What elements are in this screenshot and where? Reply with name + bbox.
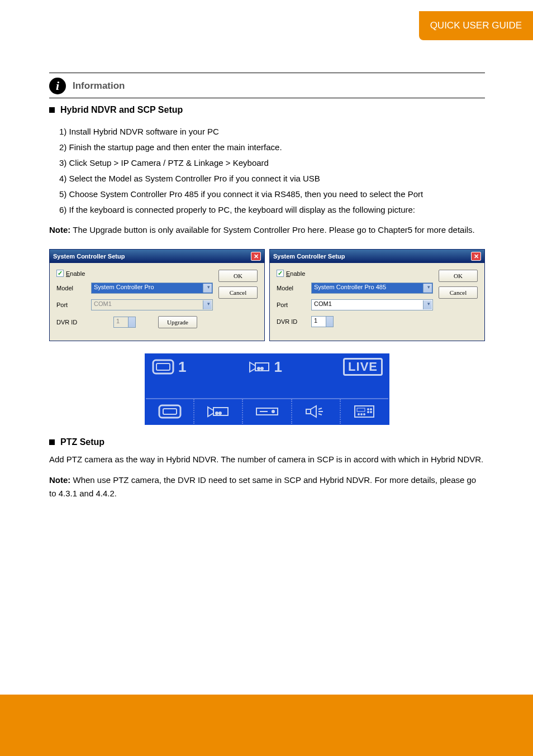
svg-point-11 <box>219 412 221 414</box>
section-1-note: Note: The Upgrade button is only availab… <box>49 223 485 237</box>
close-icon[interactable]: ✕ <box>471 252 481 261</box>
info-icon: i <box>49 78 66 94</box>
note-prefix-2: Note: <box>49 475 70 485</box>
port-select: COM1 <box>91 299 213 310</box>
enable-label-first: E <box>286 270 290 277</box>
speaker-icon <box>303 404 329 419</box>
section-2-body: Add PTZ camera as the way in Hybrid NDVR… <box>49 453 485 500</box>
svg-rect-15 <box>306 409 311 414</box>
close-icon[interactable]: ✕ <box>251 252 261 261</box>
enable-field[interactable]: ✓ Enable <box>56 270 213 277</box>
page-content: i Information Hybrid NDVR and SCP Setup … <box>49 73 485 503</box>
dvrid-spinner: 1 <box>113 317 136 328</box>
camera-number: 1 <box>274 358 282 376</box>
svg-marker-2 <box>250 362 255 372</box>
svg-rect-6 <box>159 405 180 418</box>
svg-point-10 <box>216 412 218 414</box>
step-5: 5) Choose System Controller Pro 485 if y… <box>59 188 485 201</box>
dialog-right: System Controller Setup ✕ ✓ Enable Model… <box>269 249 485 341</box>
keyboard-lcd: 1 1 LIVE <box>145 353 389 425</box>
svg-line-19 <box>318 414 322 415</box>
section-2-p2: When use PTZ camera, the DVR ID need to … <box>49 475 476 497</box>
section-2-p1: Add PTZ camera as the way in Hybrid NDVR… <box>49 453 485 466</box>
mid-rule <box>49 98 485 98</box>
svg-point-25 <box>370 412 372 413</box>
dialog-title-text: System Controller Setup <box>53 253 125 260</box>
section-2-heading: PTZ Setup <box>49 437 485 447</box>
port-select[interactable]: COM1 <box>311 299 433 310</box>
note-body: The Upgrade button is only available for… <box>73 225 475 235</box>
svg-point-23 <box>370 409 372 410</box>
camera-icon <box>206 404 231 419</box>
enable-label-rest: nable <box>70 270 85 277</box>
section-1-title: Hybrid NDVR and SCP Setup <box>60 105 183 115</box>
step-2: 2) Finish the startup page and then ente… <box>59 141 485 154</box>
step-1: 1) Install Hybrid NDVR software in your … <box>59 125 485 138</box>
svg-point-27 <box>361 414 362 415</box>
info-heading: i Information <box>49 73 485 94</box>
svg-point-4 <box>258 367 260 370</box>
step-3: 3) Click Setup > IP Camera / PTZ & Linka… <box>59 156 485 170</box>
dvrid-spinner[interactable]: 1 <box>311 316 334 327</box>
bullet-icon <box>49 107 55 113</box>
svg-point-26 <box>358 414 359 415</box>
monitor-icon <box>157 404 183 419</box>
cancel-button[interactable]: Cancel <box>439 286 478 299</box>
dialog-screenshots: System Controller Setup ✕ ✓ Enable Model… <box>49 249 485 341</box>
model-select[interactable]: System Controller Pro 485 <box>311 283 433 294</box>
dialog-title-text: System Controller Setup <box>273 253 345 260</box>
svg-point-22 <box>368 409 369 410</box>
info-label: Information <box>73 80 125 92</box>
upgrade-button[interactable]: Upgrade <box>158 316 197 328</box>
dialog-left: System Controller Setup ✕ ✓ Enable Model… <box>49 249 265 341</box>
section-1-steps: 1) Install Hybrid NDVR software in your … <box>49 125 485 217</box>
svg-rect-1 <box>156 363 170 370</box>
step-6: 6) If the keyboard is connected properly… <box>59 203 485 217</box>
monitor-icon <box>151 358 175 375</box>
svg-rect-21 <box>357 408 365 412</box>
section-2-title: PTZ Setup <box>60 437 104 447</box>
bullet-icon <box>49 439 55 445</box>
dialog-titlebar: System Controller Setup ✕ <box>270 250 484 263</box>
model-label: Model <box>277 285 311 291</box>
model-select[interactable]: System Controller Pro <box>91 283 213 294</box>
camera-icon <box>248 358 271 375</box>
svg-marker-16 <box>311 406 316 417</box>
checkbox-icon[interactable]: ✓ <box>56 270 64 277</box>
dvrid-label: DVR ID <box>56 319 91 326</box>
enable-label-first: E <box>66 270 70 277</box>
svg-point-5 <box>261 367 263 370</box>
enable-label-rest: nable <box>290 270 305 277</box>
svg-rect-7 <box>163 409 177 414</box>
svg-point-28 <box>364 414 365 415</box>
footer-bar <box>0 695 533 756</box>
section-1-heading: Hybrid NDVR and SCP Setup <box>49 105 485 115</box>
checkbox-icon[interactable]: ✓ <box>277 270 284 277</box>
keypad-icon <box>351 404 377 419</box>
model-label: Model <box>56 285 91 291</box>
svg-marker-8 <box>208 407 213 417</box>
header-tab: QUICK USER GUIDE <box>419 11 533 40</box>
enable-field[interactable]: ✓ Enable <box>277 270 433 277</box>
svg-point-14 <box>272 410 274 413</box>
ok-button[interactable]: OK <box>218 270 258 282</box>
dvrid-label: DVR ID <box>277 318 311 325</box>
monitor-number: 1 <box>178 358 186 376</box>
svg-line-17 <box>318 408 322 409</box>
port-label: Port <box>277 302 311 308</box>
port-label: Port <box>56 302 91 308</box>
svg-point-24 <box>368 412 369 413</box>
dialog-titlebar: System Controller Setup ✕ <box>50 250 264 263</box>
ok-button[interactable]: OK <box>439 270 478 282</box>
dvr-icon <box>254 404 280 419</box>
live-badge: LIVE <box>343 358 383 376</box>
cancel-button[interactable]: Cancel <box>218 286 258 299</box>
step-4: 4) Select the Model as System Controller… <box>59 172 485 185</box>
note-prefix: Note: <box>49 225 70 235</box>
